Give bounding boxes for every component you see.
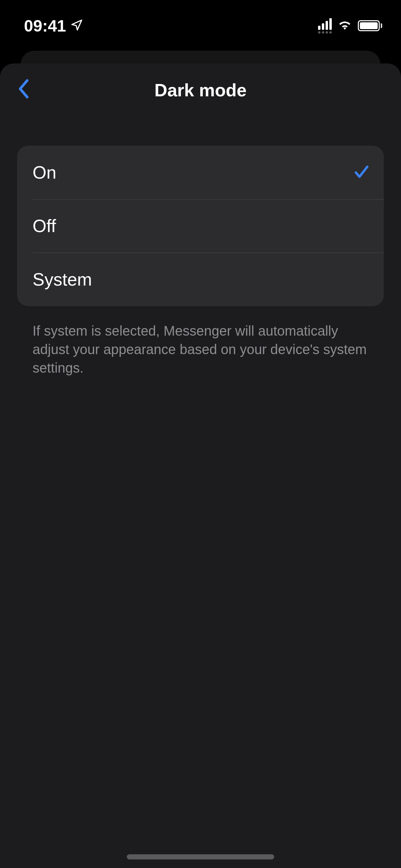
option-label: Off <box>33 216 56 236</box>
nav-bar: Dark mode <box>0 63 401 111</box>
footer-description: If system is selected, Messenger will au… <box>33 322 368 377</box>
dark-mode-options-group: On Off System <box>17 146 384 306</box>
settings-sheet: Dark mode On Off Syst <box>0 63 401 868</box>
battery-icon <box>358 20 382 31</box>
dark-mode-option-system[interactable]: System <box>17 253 384 306</box>
dark-mode-option-off[interactable]: Off <box>17 199 384 253</box>
home-indicator[interactable] <box>127 854 274 859</box>
cellular-signal-icon <box>318 18 332 34</box>
checkmark-icon <box>353 163 370 182</box>
status-time: 09:41 <box>24 16 66 35</box>
option-label: System <box>33 269 92 290</box>
dark-mode-option-on[interactable]: On <box>17 146 384 199</box>
status-right <box>318 18 382 34</box>
wifi-icon <box>337 19 353 32</box>
status-bar: 09:41 <box>0 0 401 41</box>
page-title: Dark mode <box>155 80 247 100</box>
status-left: 09:41 <box>24 16 83 35</box>
back-button[interactable] <box>14 75 34 103</box>
location-icon <box>70 19 83 33</box>
option-label: On <box>33 162 56 183</box>
